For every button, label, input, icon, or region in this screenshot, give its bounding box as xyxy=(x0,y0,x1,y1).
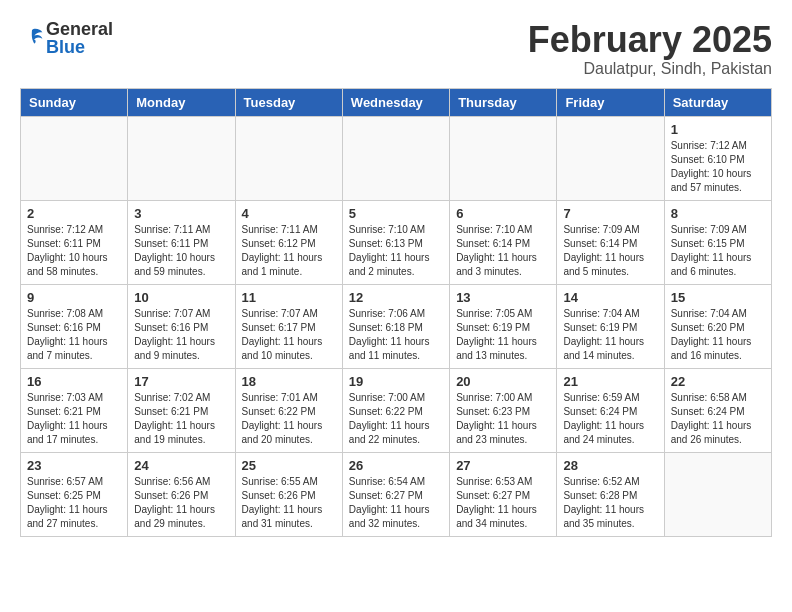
day-number: 19 xyxy=(349,374,443,389)
calendar-cell: 16Sunrise: 7:03 AM Sunset: 6:21 PM Dayli… xyxy=(21,368,128,452)
calendar-cell: 18Sunrise: 7:01 AM Sunset: 6:22 PM Dayli… xyxy=(235,368,342,452)
day-number: 17 xyxy=(134,374,228,389)
day-info: Sunrise: 6:59 AM Sunset: 6:24 PM Dayligh… xyxy=(563,391,657,447)
day-number: 25 xyxy=(242,458,336,473)
day-info: Sunrise: 7:00 AM Sunset: 6:23 PM Dayligh… xyxy=(456,391,550,447)
calendar-header-row: SundayMondayTuesdayWednesdayThursdayFrid… xyxy=(21,88,772,116)
day-number: 3 xyxy=(134,206,228,221)
day-info: Sunrise: 7:03 AM Sunset: 6:21 PM Dayligh… xyxy=(27,391,121,447)
calendar-cell xyxy=(557,116,664,200)
calendar-cell: 24Sunrise: 6:56 AM Sunset: 6:26 PM Dayli… xyxy=(128,452,235,536)
weekday-header-monday: Monday xyxy=(128,88,235,116)
day-number: 21 xyxy=(563,374,657,389)
calendar-week-row: 9Sunrise: 7:08 AM Sunset: 6:16 PM Daylig… xyxy=(21,284,772,368)
calendar-cell: 4Sunrise: 7:11 AM Sunset: 6:12 PM Daylig… xyxy=(235,200,342,284)
day-info: Sunrise: 7:01 AM Sunset: 6:22 PM Dayligh… xyxy=(242,391,336,447)
day-number: 18 xyxy=(242,374,336,389)
calendar-week-row: 16Sunrise: 7:03 AM Sunset: 6:21 PM Dayli… xyxy=(21,368,772,452)
day-info: Sunrise: 7:02 AM Sunset: 6:21 PM Dayligh… xyxy=(134,391,228,447)
day-info: Sunrise: 7:07 AM Sunset: 6:16 PM Dayligh… xyxy=(134,307,228,363)
day-number: 28 xyxy=(563,458,657,473)
calendar-cell: 23Sunrise: 6:57 AM Sunset: 6:25 PM Dayli… xyxy=(21,452,128,536)
weekday-header-saturday: Saturday xyxy=(664,88,771,116)
calendar-cell: 13Sunrise: 7:05 AM Sunset: 6:19 PM Dayli… xyxy=(450,284,557,368)
day-info: Sunrise: 7:04 AM Sunset: 6:19 PM Dayligh… xyxy=(563,307,657,363)
day-number: 9 xyxy=(27,290,121,305)
weekday-header-thursday: Thursday xyxy=(450,88,557,116)
day-number: 27 xyxy=(456,458,550,473)
day-number: 12 xyxy=(349,290,443,305)
day-number: 10 xyxy=(134,290,228,305)
calendar-cell: 2Sunrise: 7:12 AM Sunset: 6:11 PM Daylig… xyxy=(21,200,128,284)
day-info: Sunrise: 7:10 AM Sunset: 6:14 PM Dayligh… xyxy=(456,223,550,279)
day-info: Sunrise: 7:06 AM Sunset: 6:18 PM Dayligh… xyxy=(349,307,443,363)
day-info: Sunrise: 6:58 AM Sunset: 6:24 PM Dayligh… xyxy=(671,391,765,447)
calendar-cell: 11Sunrise: 7:07 AM Sunset: 6:17 PM Dayli… xyxy=(235,284,342,368)
day-number: 22 xyxy=(671,374,765,389)
calendar-cell: 27Sunrise: 6:53 AM Sunset: 6:27 PM Dayli… xyxy=(450,452,557,536)
day-info: Sunrise: 6:55 AM Sunset: 6:26 PM Dayligh… xyxy=(242,475,336,531)
calendar-week-row: 1Sunrise: 7:12 AM Sunset: 6:10 PM Daylig… xyxy=(21,116,772,200)
day-number: 14 xyxy=(563,290,657,305)
calendar-cell: 9Sunrise: 7:08 AM Sunset: 6:16 PM Daylig… xyxy=(21,284,128,368)
calendar-cell: 12Sunrise: 7:06 AM Sunset: 6:18 PM Dayli… xyxy=(342,284,449,368)
calendar-cell xyxy=(342,116,449,200)
calendar-cell: 6Sunrise: 7:10 AM Sunset: 6:14 PM Daylig… xyxy=(450,200,557,284)
calendar-cell: 1Sunrise: 7:12 AM Sunset: 6:10 PM Daylig… xyxy=(664,116,771,200)
logo-blue-text: Blue xyxy=(46,38,113,56)
day-number: 8 xyxy=(671,206,765,221)
calendar-cell: 21Sunrise: 6:59 AM Sunset: 6:24 PM Dayli… xyxy=(557,368,664,452)
day-info: Sunrise: 7:04 AM Sunset: 6:20 PM Dayligh… xyxy=(671,307,765,363)
page-header: General Blue February 2025 Daulatpur, Si… xyxy=(20,20,772,78)
calendar-cell: 3Sunrise: 7:11 AM Sunset: 6:11 PM Daylig… xyxy=(128,200,235,284)
weekday-header-friday: Friday xyxy=(557,88,664,116)
calendar-cell: 26Sunrise: 6:54 AM Sunset: 6:27 PM Dayli… xyxy=(342,452,449,536)
location-title: Daulatpur, Sindh, Pakistan xyxy=(528,60,772,78)
calendar-cell xyxy=(128,116,235,200)
calendar-cell: 14Sunrise: 7:04 AM Sunset: 6:19 PM Dayli… xyxy=(557,284,664,368)
weekday-header-tuesday: Tuesday xyxy=(235,88,342,116)
day-number: 15 xyxy=(671,290,765,305)
day-info: Sunrise: 6:52 AM Sunset: 6:28 PM Dayligh… xyxy=(563,475,657,531)
calendar-cell: 7Sunrise: 7:09 AM Sunset: 6:14 PM Daylig… xyxy=(557,200,664,284)
calendar-table: SundayMondayTuesdayWednesdayThursdayFrid… xyxy=(20,88,772,537)
logo-text: General Blue xyxy=(46,20,113,56)
calendar-cell: 20Sunrise: 7:00 AM Sunset: 6:23 PM Dayli… xyxy=(450,368,557,452)
day-number: 2 xyxy=(27,206,121,221)
logo-general-text: General xyxy=(46,20,113,38)
day-info: Sunrise: 7:09 AM Sunset: 6:15 PM Dayligh… xyxy=(671,223,765,279)
calendar-cell: 28Sunrise: 6:52 AM Sunset: 6:28 PM Dayli… xyxy=(557,452,664,536)
calendar-cell: 5Sunrise: 7:10 AM Sunset: 6:13 PM Daylig… xyxy=(342,200,449,284)
calendar-cell: 15Sunrise: 7:04 AM Sunset: 6:20 PM Dayli… xyxy=(664,284,771,368)
calendar-week-row: 2Sunrise: 7:12 AM Sunset: 6:11 PM Daylig… xyxy=(21,200,772,284)
day-number: 26 xyxy=(349,458,443,473)
day-info: Sunrise: 6:53 AM Sunset: 6:27 PM Dayligh… xyxy=(456,475,550,531)
weekday-header-sunday: Sunday xyxy=(21,88,128,116)
calendar-cell: 17Sunrise: 7:02 AM Sunset: 6:21 PM Dayli… xyxy=(128,368,235,452)
day-number: 1 xyxy=(671,122,765,137)
calendar-cell: 22Sunrise: 6:58 AM Sunset: 6:24 PM Dayli… xyxy=(664,368,771,452)
bird-icon xyxy=(20,26,44,50)
day-number: 16 xyxy=(27,374,121,389)
day-info: Sunrise: 7:10 AM Sunset: 6:13 PM Dayligh… xyxy=(349,223,443,279)
day-number: 4 xyxy=(242,206,336,221)
weekday-header-wednesday: Wednesday xyxy=(342,88,449,116)
day-info: Sunrise: 7:00 AM Sunset: 6:22 PM Dayligh… xyxy=(349,391,443,447)
title-area: February 2025 Daulatpur, Sindh, Pakistan xyxy=(528,20,772,78)
day-number: 23 xyxy=(27,458,121,473)
day-info: Sunrise: 7:07 AM Sunset: 6:17 PM Dayligh… xyxy=(242,307,336,363)
day-number: 6 xyxy=(456,206,550,221)
calendar-cell: 10Sunrise: 7:07 AM Sunset: 6:16 PM Dayli… xyxy=(128,284,235,368)
day-info: Sunrise: 7:11 AM Sunset: 6:12 PM Dayligh… xyxy=(242,223,336,279)
month-title: February 2025 xyxy=(528,20,772,60)
calendar-cell xyxy=(450,116,557,200)
day-info: Sunrise: 7:12 AM Sunset: 6:11 PM Dayligh… xyxy=(27,223,121,279)
day-number: 5 xyxy=(349,206,443,221)
day-number: 20 xyxy=(456,374,550,389)
day-info: Sunrise: 7:09 AM Sunset: 6:14 PM Dayligh… xyxy=(563,223,657,279)
day-info: Sunrise: 6:54 AM Sunset: 6:27 PM Dayligh… xyxy=(349,475,443,531)
day-number: 7 xyxy=(563,206,657,221)
calendar-cell: 19Sunrise: 7:00 AM Sunset: 6:22 PM Dayli… xyxy=(342,368,449,452)
calendar-week-row: 23Sunrise: 6:57 AM Sunset: 6:25 PM Dayli… xyxy=(21,452,772,536)
day-info: Sunrise: 6:56 AM Sunset: 6:26 PM Dayligh… xyxy=(134,475,228,531)
